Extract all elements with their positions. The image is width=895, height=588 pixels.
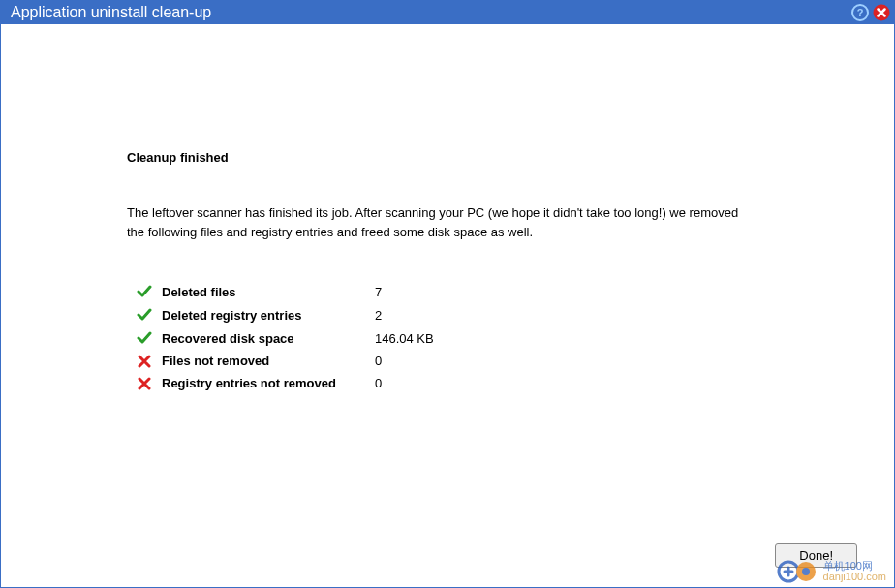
cleanup-stats-table: Deleted files 7 Deleted registry entries… <box>127 280 434 394</box>
stat-value: 146.04 KB <box>375 326 434 350</box>
stat-label: Files not removed <box>162 350 375 372</box>
watermark-line2: danji100.com <box>823 572 886 582</box>
stat-row: Recovered disk space 146.04 KB <box>127 326 434 350</box>
stat-row: Deleted registry entries 2 <box>127 303 434 326</box>
check-icon <box>127 307 162 323</box>
stat-label: Recovered disk space <box>162 326 375 350</box>
stat-value: 2 <box>375 303 434 326</box>
stat-label: Deleted registry entries <box>162 303 375 326</box>
window-title: Application uninstall clean-up <box>11 4 848 21</box>
stat-value: 0 <box>375 350 434 372</box>
stat-value: 0 <box>375 372 434 394</box>
help-button[interactable]: ? <box>851 4 869 21</box>
content-area: Cleanup finished The leftover scanner ha… <box>1 24 894 587</box>
stat-value: 7 <box>375 280 434 303</box>
done-button[interactable]: Done! <box>775 543 857 568</box>
check-icon <box>127 330 162 346</box>
page-heading: Cleanup finished <box>127 150 894 165</box>
stat-label: Deleted files <box>162 280 375 303</box>
description-text: The leftover scanner has finished its jo… <box>127 203 756 241</box>
stat-row: Registry entries not removed 0 <box>127 372 434 394</box>
svg-text:?: ? <box>857 7 864 18</box>
check-icon <box>127 284 162 299</box>
close-button[interactable] <box>873 4 890 21</box>
stat-label: Registry entries not removed <box>162 372 375 394</box>
svg-point-7 <box>802 568 810 575</box>
stat-row: Files not removed 0 <box>127 350 434 372</box>
cross-icon <box>127 355 162 368</box>
close-icon <box>873 4 890 21</box>
help-icon: ? <box>851 4 869 21</box>
cross-icon <box>127 377 162 390</box>
stat-row: Deleted files 7 <box>127 280 434 303</box>
titlebar: Application uninstall clean-up ? <box>1 1 894 24</box>
